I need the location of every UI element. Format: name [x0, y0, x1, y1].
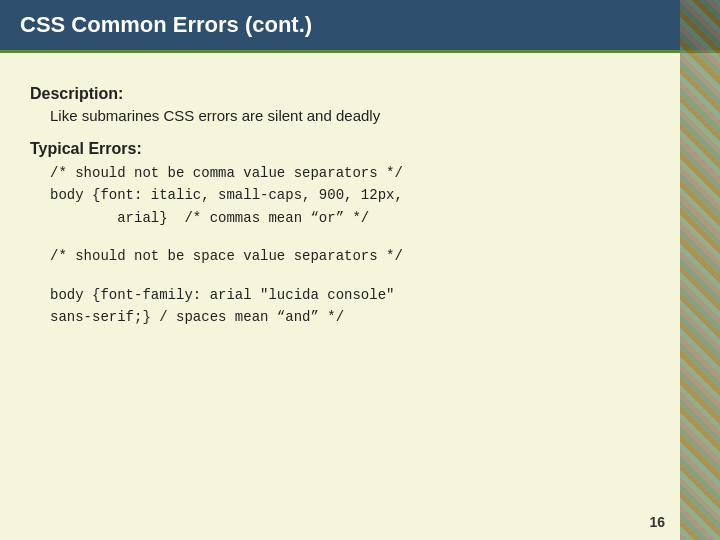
- slide-footer: 16: [0, 506, 720, 540]
- description-label: Description:: [30, 85, 660, 103]
- code-block-1: /* should not be comma value separators …: [50, 162, 660, 229]
- slide-container: CSS Common Errors (cont.) Description: L…: [0, 0, 720, 540]
- slide-header: CSS Common Errors (cont.): [0, 0, 720, 53]
- typical-errors-label: Typical Errors:: [30, 140, 660, 158]
- header-title: CSS Common Errors (cont.): [20, 12, 312, 37]
- description-text: Like submarines CSS errors are silent an…: [50, 107, 660, 124]
- code-block-3: body {font-family: arial "lucida console…: [50, 284, 660, 329]
- slide-content: Description: Like submarines CSS errors …: [0, 53, 720, 506]
- page-number: 16: [649, 514, 665, 530]
- code-block-2: /* should not be space value separators …: [50, 245, 660, 267]
